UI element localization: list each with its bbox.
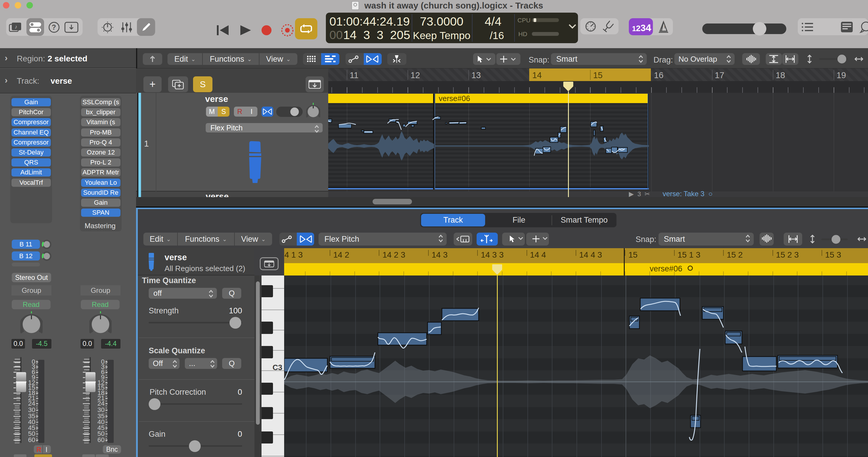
- svg-text:!: !: [664, 24, 665, 29]
- svg-text:♪: ♪: [15, 24, 17, 30]
- svg-text:?: ?: [52, 23, 56, 31]
